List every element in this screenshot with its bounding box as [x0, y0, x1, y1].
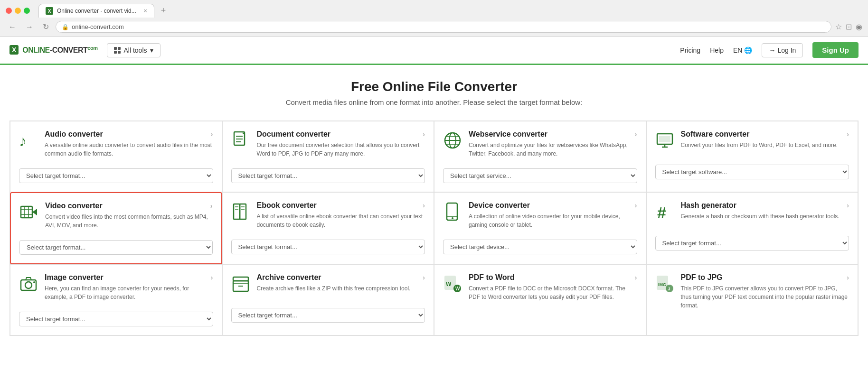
new-tab-button[interactable]: +	[161, 6, 166, 16]
converter-card-image: Image converter › Here, you can find an …	[10, 264, 222, 335]
select-device[interactable]: Select target device...	[443, 240, 637, 254]
converter-card-software: Software converter › Convert your files …	[646, 121, 859, 192]
svg-point-32	[33, 281, 35, 283]
login-label: Log In	[777, 46, 796, 54]
bookmark-icon[interactable]: ☆	[835, 22, 842, 31]
chevron-right-icon: ›	[423, 274, 425, 281]
svg-point-31	[25, 282, 32, 288]
card-info-hash: Hash generator › Generate a hash or chec…	[681, 201, 849, 221]
card-header-image: Image converter › Here, you can find an …	[19, 273, 213, 301]
tab-title: Online converter - convert vid...	[57, 8, 136, 14]
card-title-hash: Hash generator ›	[681, 201, 849, 210]
select-archive[interactable]: Select target format...	[231, 308, 425, 323]
forward-button[interactable]: →	[23, 21, 36, 33]
address-text: online-convert.com	[72, 23, 124, 30]
svg-point-27	[452, 217, 453, 219]
card-desc-document: Our free document converter selection th…	[257, 141, 425, 158]
card-info-video: Video converter › Convert video files in…	[45, 202, 213, 230]
page-subtitle: Convert media files online from one form…	[9, 98, 859, 106]
icon-software	[655, 131, 674, 154]
card-title-archive: Archive converter ›	[257, 273, 425, 282]
card-header-pdftojpg: IMGJ PDF to JPG › This PDF to JPG conver…	[655, 273, 849, 310]
converter-grid: ♪ Audio converter › A versatile online a…	[9, 121, 859, 336]
converter-card-pdftojpg: IMGJ PDF to JPG › This PDF to JPG conver…	[646, 264, 859, 335]
card-title-webservice: Webservice converter ›	[469, 130, 637, 139]
extensions-icon[interactable]: ⊡	[846, 22, 852, 31]
chevron-right-icon: ›	[210, 202, 213, 210]
card-desc-audio: A versatile online audio converter to co…	[45, 141, 213, 158]
select-video[interactable]: Select target format...	[19, 240, 213, 255]
select-document[interactable]: Select target format...	[231, 168, 425, 183]
icon-device	[443, 202, 462, 225]
pricing-link[interactable]: Pricing	[680, 46, 700, 54]
profile-icon[interactable]: ◉	[856, 22, 862, 31]
card-title-video: Video converter ›	[45, 202, 213, 210]
main-content: Free Online File Converter Convert media…	[0, 65, 868, 350]
address-bar[interactable]: 🔒 online-convert.com	[56, 21, 831, 33]
chevron-right-icon: ›	[211, 130, 213, 138]
login-button[interactable]: → Log In	[762, 43, 803, 57]
select-webservice[interactable]: Select target service...	[443, 168, 637, 183]
card-title-document: Document converter ›	[257, 130, 425, 139]
card-desc-device: A collection of online video converter f…	[469, 212, 637, 229]
chevron-right-icon: ›	[211, 274, 213, 281]
svg-rect-21	[240, 204, 246, 219]
select-image[interactable]: Select target format...	[19, 312, 213, 326]
chevron-down-icon: ▾	[150, 46, 153, 54]
refresh-button[interactable]: ↻	[40, 20, 52, 33]
grid-icon	[114, 47, 121, 54]
card-header-document: Document converter › Our free document c…	[231, 130, 425, 158]
back-button[interactable]: ←	[6, 21, 19, 33]
card-header-pdftoword: WW PDF to Word › Convert a PDF file to D…	[443, 273, 637, 301]
card-header-archive: Archive converter › Create archive files…	[231, 273, 425, 297]
select-audio[interactable]: Select target format...	[19, 168, 213, 183]
chevron-right-icon: ›	[847, 202, 849, 209]
card-info-audio: Audio converter › A versatile online aud…	[45, 130, 213, 158]
card-info-image: Image converter › Here, you can find an …	[45, 273, 213, 301]
icon-document	[231, 131, 250, 154]
icon-pdftoword: WW	[443, 274, 462, 297]
svg-rect-13	[659, 136, 670, 142]
all-tools-label: All tools	[123, 46, 147, 54]
select-ebook[interactable]: Select target format...	[231, 240, 425, 254]
language-selector[interactable]: EN 🌐	[733, 46, 752, 54]
converter-card-webservice: Webservice converter › Convert and optim…	[434, 121, 646, 192]
login-icon: →	[769, 46, 775, 54]
icon-video	[19, 203, 38, 226]
svg-text:IMG: IMG	[658, 282, 666, 287]
select-software[interactable]: Select target software...	[655, 165, 849, 179]
chevron-right-icon: ›	[847, 130, 849, 138]
icon-ebook	[231, 202, 250, 225]
card-desc-hash: Generate a hash or checksum with these h…	[681, 212, 849, 221]
help-link[interactable]: Help	[710, 46, 724, 54]
close-dot[interactable]	[6, 8, 12, 14]
icon-archive	[231, 274, 250, 297]
site-logo[interactable]: X ONLINE-CONVERTcom	[9, 45, 97, 55]
svg-text:W: W	[446, 281, 452, 288]
converter-card-pdftoword: WW PDF to Word › Convert a PDF file to D…	[434, 264, 646, 335]
card-title-device: Device converter ›	[469, 201, 637, 210]
card-desc-webservice: Convert and optimize your files for webs…	[469, 141, 637, 158]
converter-card-document: Document converter › Our free document c…	[222, 121, 434, 192]
svg-text:#: #	[657, 204, 666, 221]
chevron-right-icon: ›	[847, 274, 849, 281]
maximize-dot[interactable]	[24, 8, 30, 14]
tab-close-button[interactable]: ×	[144, 8, 147, 14]
card-desc-ebook: A list of versatile online ebook convert…	[257, 212, 425, 229]
signup-button[interactable]: Sign Up	[812, 42, 859, 58]
select-hash[interactable]: Select target format...	[655, 236, 849, 250]
card-header-software: Software converter › Convert your files …	[655, 130, 849, 154]
all-tools-button[interactable]: All tools ▾	[107, 43, 160, 57]
browser-chrome: X Online converter - convert vid... × + …	[0, 0, 868, 37]
card-title-audio: Audio converter ›	[45, 130, 213, 139]
card-header-device: Device converter › A collection of onlin…	[443, 201, 637, 229]
page-title: Free Online File Converter	[9, 79, 859, 94]
card-desc-video: Convert video files into the most common…	[45, 213, 213, 230]
chevron-right-icon: ›	[635, 274, 637, 281]
converter-card-audio: ♪ Audio converter › A versatile online a…	[10, 121, 222, 192]
card-info-document: Document converter › Our free document c…	[257, 130, 425, 158]
minimize-dot[interactable]	[15, 8, 21, 14]
converter-card-ebook: Ebook converter › A list of versatile on…	[222, 192, 434, 264]
card-header-hash: # Hash generator › Generate a hash or ch…	[655, 201, 849, 225]
browser-tab[interactable]: X Online converter - convert vid... ×	[38, 4, 154, 18]
